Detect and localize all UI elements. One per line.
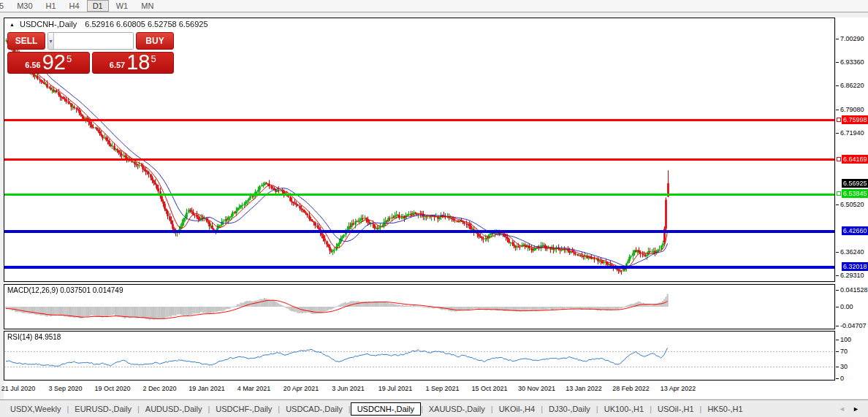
price-chart-panel: ▲ USDCNH-,Daily 6.52916 6.60805 6.52758 … [4,18,835,282]
date-label: 3 Sep 2020 [48,385,82,392]
timeframe-button-m30[interactable]: M30 [11,0,38,12]
sell-button[interactable]: SELL [7,32,45,50]
buy-price-display[interactable]: 6.57 18 5 [92,52,175,74]
timeframe-button-h4[interactable]: H4 [64,0,85,12]
date-axis: 21 Jul 20203 Sep 202019 Oct 20202 Dec 20… [4,381,864,399]
tab-usdx-weekly[interactable]: USDX,Weekly [4,402,66,416]
date-label: 19 Jan 2021 [189,385,225,392]
price-tick-label: 6.29310 [840,272,864,279]
macd-panel: MACD(12,26,9) 0.037501 0.014749 [4,284,835,329]
price-level-line-6.53845[interactable] [4,194,834,196]
timeframe-button-h1[interactable]: H1 [40,0,62,12]
one-click-trading-panel: SELL ▼ ▲ BUY 6.56 92 5 [7,32,174,74]
rsi-tick-label: 30 [840,363,848,370]
axis-tick-mark [836,290,839,291]
price-badge-6.56925: 6.56925 [842,179,868,188]
tab-eurusd-daily[interactable]: EURUSD-,Daily [69,402,137,416]
price-badge-6.75998: 6.75998 [842,115,868,124]
date-label: 15 Oct 2021 [471,385,507,392]
price-tick-label: 6.71940 [840,129,864,137]
price-badge-6.64169: 6.64169 [842,155,868,164]
price-badge-6.42660: 6.42660 [842,226,868,235]
sell-price-small: 6.56 [25,61,40,69]
price-level-line-6.64169[interactable] [4,158,834,161]
volume-input[interactable] [54,33,134,49]
trading-terminal-window: 5M30H1H4D1W1MN ▲ USDCNH-,Daily 6.52916 6… [0,0,868,417]
date-label: 20 Apr 2021 [283,385,319,392]
line-drag-handle[interactable] [837,191,841,196]
line-drag-handle[interactable] [837,157,841,161]
timeframe-toolbar: 5M30H1H4D1W1MN [0,0,868,12]
sell-price-sup: 5 [66,53,72,64]
tab-audusd-daily[interactable]: AUDUSD-,Daily [140,402,208,416]
chart-symbol-label: USDCNH-,Daily [20,20,77,28]
rsi-tick-label: 70 [840,348,848,355]
timeframe-button-w1[interactable]: W1 [110,0,134,12]
buy-price-sup: 5 [151,53,156,64]
price-tick-label: 6.93360 [840,58,864,66]
date-label: 30 Nov 2021 [518,385,555,392]
macd-tick-label: 0.00 [840,303,853,310]
macd-label: MACD(12,26,9) 0.037501 0.014749 [7,286,123,294]
axis-tick-mark [836,39,839,39]
price-axis: 7.002906.933606.862206.790806.719406.505… [836,18,868,399]
macd-canvas[interactable] [4,285,834,329]
price-badge-6.53845: 6.53845 [842,189,868,198]
tab-usdcnh-daily[interactable]: USDCNH-,Daily [351,402,421,416]
tab-usdchf-daily[interactable]: USDCHF-,Daily [210,402,278,416]
timeframe-button-mn[interactable]: MN [135,0,159,12]
volume-stepper: ▼ ▲ [47,32,134,50]
timeframe-button-5[interactable]: 5 [0,0,9,12]
collapse-indicator-icon[interactable]: ▲ [9,22,15,27]
chart-tab-bar: USDX,Weekly|EURUSD-,Daily|AUDUSD-,Daily|… [0,399,868,417]
price-tick-label: 6.86220 [840,82,864,89]
axis-tick-mark [836,85,839,86]
price-level-line-6.4266[interactable] [4,230,834,233]
date-label: 4 Mar 2021 [237,385,271,392]
price-tick-label: 6.36240 [840,248,864,256]
price-tick-label: 6.50520 [840,201,864,208]
axis-tick-mark [836,340,839,340]
date-label: 28 Feb 2022 [612,385,650,392]
price-tick-label: 7.00290 [840,35,864,42]
price-level-line-6.32018[interactable] [4,266,834,269]
date-label: 1 Sep 2021 [425,385,459,392]
rsi-tick-label: 100 [840,336,851,343]
axis-tick-mark [836,275,839,276]
buy-button[interactable]: BUY [136,32,174,50]
tab-hk50-h1[interactable]: HK50-,H1 [701,402,748,416]
tab-scroll-right-icon[interactable]: ► [853,405,859,413]
price-tick-label: 6.79080 [840,106,864,113]
tab-ukoil-h4[interactable]: UKOil-,H4 [493,402,541,416]
macd-tick-label: -0.04707 [840,322,867,329]
tab-dj30-daily[interactable]: DJ30-,Daily [543,402,596,416]
macd-tick-label: 0.041528 [840,286,868,294]
rsi-tick-label: 0 [840,375,844,382]
date-label: 13 Jan 2022 [566,385,602,392]
tab-uk100-h1[interactable]: UK100-,H1 [598,402,650,416]
date-label: 3 Jun 2021 [332,385,365,392]
tab-xauusd-daily[interactable]: XAUUSD-,Daily [423,402,491,416]
rsi-label: RSI(14) 84.9518 [7,333,61,341]
date-label: 21 Jul 2020 [1,385,36,392]
volume-decrease-button[interactable]: ▼ [48,33,54,49]
rsi-canvas[interactable] [4,332,834,380]
buy-price-small: 6.57 [110,61,125,69]
tab-scroll-left-icon[interactable]: ◄ [839,405,845,413]
axis-tick-mark [836,204,839,205]
sell-price-display[interactable]: 6.56 92 5 [7,52,90,74]
tab-usdcad-daily[interactable]: USDCAD-,Daily [280,402,349,416]
tab-usoil-h1[interactable]: USOil-,H1 [652,402,700,416]
price-level-line-6.75998[interactable] [4,119,834,121]
axis-tick-mark [836,351,839,352]
chevron-down-icon: ▼ [48,39,53,44]
axis-tick-mark [836,307,839,307]
sell-price-big: 92 [42,53,66,72]
timeframe-button-d1[interactable]: D1 [87,0,109,12]
axis-tick-mark [836,110,839,110]
date-label: 13 Apr 2022 [660,385,696,392]
rsi-panel: RSI(14) 84.9518 [4,331,835,380]
date-label: 19 Jul 2021 [378,385,413,392]
line-drag-handle[interactable] [837,118,841,122]
date-label: 2 Dec 2020 [142,385,176,392]
